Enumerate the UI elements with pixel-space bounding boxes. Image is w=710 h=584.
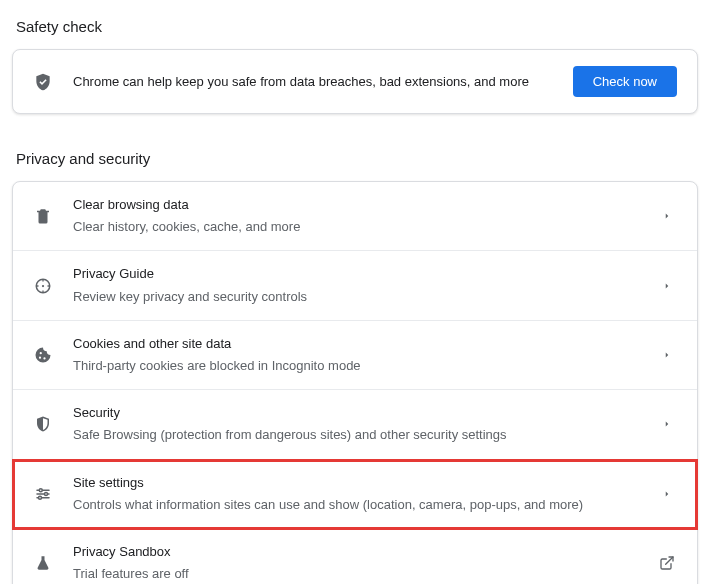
external-link-icon <box>657 553 677 573</box>
svg-point-4 <box>39 496 42 499</box>
row-title: Cookies and other site data <box>73 335 637 353</box>
row-title: Privacy Sandbox <box>73 543 637 561</box>
privacy-sandbox-row[interactable]: Privacy Sandbox Trial features are off <box>13 529 697 584</box>
row-subtitle: Trial features are off <box>73 565 637 583</box>
row-title: Security <box>73 404 637 422</box>
chevron-right-icon <box>657 484 677 504</box>
chevron-right-icon <box>657 276 677 296</box>
security-row[interactable]: Security Safe Browsing (protection from … <box>13 390 697 459</box>
safety-check-header: Safety check <box>16 18 698 35</box>
privacy-guide-row[interactable]: Privacy Guide Review key privacy and sec… <box>13 251 697 320</box>
compass-icon <box>33 276 53 296</box>
safety-check-card: Chrome can help keep you safe from data … <box>12 49 698 114</box>
safety-check-message: Chrome can help keep you safe from data … <box>73 74 573 89</box>
row-title: Privacy Guide <box>73 265 637 283</box>
row-subtitle: Third-party cookies are blocked in Incog… <box>73 357 637 375</box>
trash-icon <box>33 206 53 226</box>
svg-point-1 <box>42 284 44 286</box>
row-subtitle: Controls what information sites can use … <box>73 496 637 514</box>
privacy-security-list: Clear browsing data Clear history, cooki… <box>12 181 698 584</box>
row-title: Site settings <box>73 474 637 492</box>
check-now-button[interactable]: Check now <box>573 66 677 97</box>
site-settings-row[interactable]: Site settings Controls what information … <box>13 460 697 529</box>
row-subtitle: Clear history, cookies, cache, and more <box>73 218 637 236</box>
chevron-right-icon <box>657 414 677 434</box>
flask-icon <box>33 553 53 573</box>
row-subtitle: Safe Browsing (protection from dangerous… <box>73 426 637 444</box>
shield-check-icon <box>33 72 53 92</box>
privacy-security-header: Privacy and security <box>16 150 698 167</box>
sliders-icon <box>33 484 53 504</box>
row-title: Clear browsing data <box>73 196 637 214</box>
cookies-row[interactable]: Cookies and other site data Third-party … <box>13 321 697 390</box>
chevron-right-icon <box>657 345 677 365</box>
clear-browsing-data-row[interactable]: Clear browsing data Clear history, cooki… <box>13 182 697 251</box>
svg-point-3 <box>45 492 48 495</box>
shield-half-icon <box>33 414 53 434</box>
svg-point-2 <box>39 488 42 491</box>
row-subtitle: Review key privacy and security controls <box>73 288 637 306</box>
cookie-icon <box>33 345 53 365</box>
chevron-right-icon <box>657 206 677 226</box>
